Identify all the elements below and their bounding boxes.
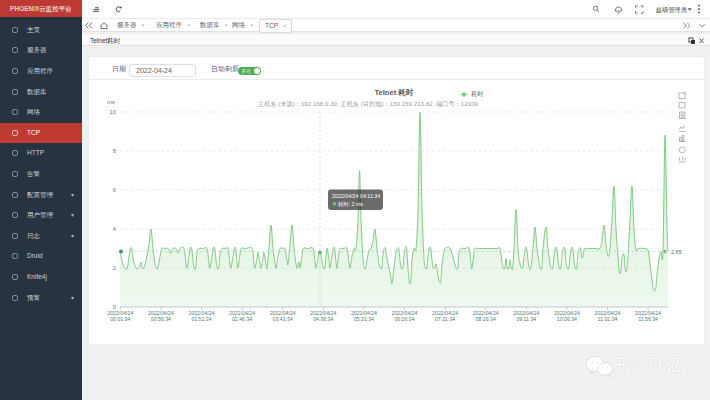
svg-text:超级管理员: 超级管理员 (656, 6, 688, 14)
